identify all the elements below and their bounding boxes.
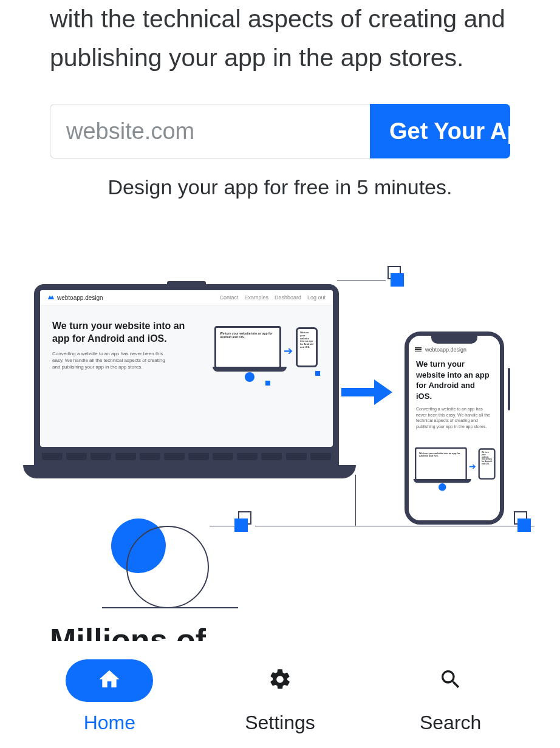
decor-baseline: [102, 607, 238, 608]
tiny-arrow-icon: ➔: [469, 461, 476, 472]
nav-settings-label: Settings: [245, 712, 315, 734]
mini-nav-item: Log out: [307, 294, 326, 301]
mini-nav-item: Examples: [244, 294, 268, 301]
nav-search-label: Search: [420, 712, 481, 734]
website-url-input[interactable]: [50, 104, 370, 158]
get-your-app-button[interactable]: Get Your App: [370, 104, 510, 158]
laptop-graphic: webtoapp.design Contact Examples Dashboa…: [34, 281, 339, 465]
tiny-lap-text: We turn your website into an app for And…: [216, 328, 279, 342]
mini-headline: We turn your website into an app for And…: [52, 320, 203, 345]
phone-graphic: webtoapp.design We turn your website int…: [405, 332, 504, 525]
brand-mark-icon: [47, 294, 55, 301]
nav-search[interactable]: Search: [407, 659, 494, 734]
phone-brand-text: webtoapp.design: [425, 347, 466, 353]
tiny-arrow-icon: ➔: [284, 344, 293, 358]
tagline-text: Design your app for free in 5 minutes.: [50, 175, 510, 199]
nav-home[interactable]: Home: [66, 659, 153, 734]
conversion-illustration: webtoapp.design Contact Examples Dashboa…: [0, 272, 560, 588]
mini-brand-text: webtoapp.design: [57, 294, 103, 301]
home-icon: [97, 667, 121, 694]
burger-icon: [415, 347, 422, 352]
search-icon: [439, 667, 463, 694]
gear-icon: [268, 667, 292, 694]
tiny-phone-text: We turn your website into an app for And…: [298, 329, 316, 352]
mini-nav-item: Dashboard: [275, 294, 301, 301]
tiny-lap-text: We turn your website into an app for And…: [416, 449, 465, 460]
tiny-phone-text: We turn your website into an app for And…: [480, 450, 494, 467]
mini-nav: Contact Examples Dashboard Log out: [219, 294, 326, 301]
phone-headline: We turn your website into an app for And…: [415, 359, 494, 401]
url-input-row: Get Your App: [50, 104, 510, 158]
mini-brand-logo: webtoapp.design: [47, 294, 103, 301]
tiny-illustration: We turn your website into an app for And…: [214, 320, 318, 381]
mini-subtext: Converting a website to an app has never…: [52, 350, 171, 371]
arrow-right-icon: [341, 378, 392, 409]
nav-settings[interactable]: Settings: [236, 659, 324, 734]
bottom-navigation: Home Settings Search: [0, 645, 560, 748]
decor-circle-outline: [126, 526, 209, 608]
mini-nav-item: Contact: [219, 294, 238, 301]
phone-subtext: Converting a website to an app has never…: [415, 406, 494, 429]
hero-subtext: with the technical aspects of creating a…: [50, 0, 510, 77]
nav-home-label: Home: [84, 712, 135, 734]
